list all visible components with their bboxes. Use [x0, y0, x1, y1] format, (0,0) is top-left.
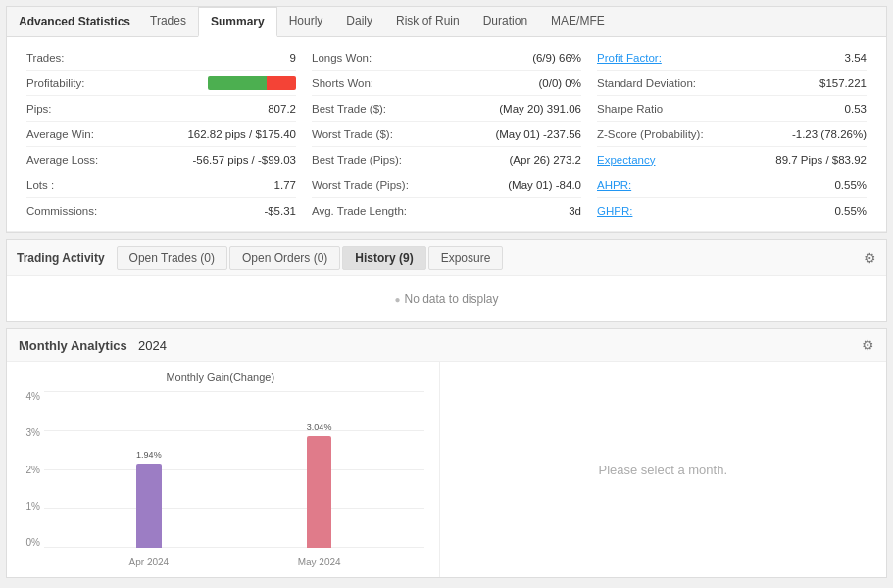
no-data-text: No data to display — [404, 292, 498, 306]
sub-tab-open-orders[interactable]: Open Orders (0) — [229, 246, 340, 270]
stat-pips-value: 807.2 — [268, 103, 296, 115]
trading-filter-icon[interactable]: ⚙ — [864, 250, 876, 266]
stat-worst-trade-pips: Worst Trade (Pips): (May 01) -84.0 — [312, 172, 581, 198]
trading-activity-header: Trading Activity Open Trades (0) Open Or… — [7, 240, 886, 276]
tab-summary[interactable]: Summary — [198, 7, 277, 37]
monthly-analytics-year: 2024 — [138, 338, 167, 353]
stat-expectancy-label[interactable]: Expectancy — [597, 154, 655, 166]
stat-worst-trade-pips-value: (May 01) -84.0 — [508, 179, 581, 191]
stat-best-trade-pips: Best Trade (Pips): (Apr 26) 273.2 — [312, 147, 581, 172]
profitability-bar — [208, 76, 296, 90]
stat-ahpr-value: 0.55% — [834, 179, 867, 191]
sub-tab-history[interactable]: History (9) — [342, 246, 425, 270]
analytics-filter-icon[interactable]: ⚙ — [862, 337, 874, 353]
stat-ghpr-label[interactable]: GHPR: — [597, 205, 632, 217]
stat-avg-trade-length-value: 3d — [569, 205, 581, 217]
stat-worst-trade-dollar-label: Worst Trade ($): — [312, 128, 393, 140]
stat-expectancy-value: 89.7 Pips / $83.92 — [775, 154, 867, 166]
y-label-0: 0% — [17, 537, 40, 548]
stat-std-dev-value: $157.221 — [819, 77, 867, 89]
stat-ghpr: GHPR: 0.55% — [597, 198, 867, 223]
stat-avg-trade-length-label: Avg. Trade Length: — [312, 205, 407, 217]
stat-longs-won: Longs Won: (6/9) 66% — [312, 45, 581, 71]
stat-sharpe: Sharpe Ratio 0.53 — [597, 96, 867, 122]
stat-profitability: Profitability: — [26, 71, 296, 96]
stat-trades-value: 9 — [290, 52, 296, 64]
stats-col-2: Longs Won: (6/9) 66% Shorts Won: (0/0) 0… — [304, 45, 589, 223]
monthly-analytics-title: Monthly Analytics — [19, 338, 127, 353]
bar-apr-2024: 1.94% — [136, 450, 162, 548]
no-data-message: ● No data to display — [7, 276, 886, 321]
stat-longs-won-value: (6/9) 66% — [532, 52, 581, 64]
stat-avg-win: Average Win: 162.82 pips / $175.40 — [26, 122, 296, 147]
stat-avg-trade-length: Avg. Trade Length: 3d — [312, 198, 581, 223]
stat-lots: Lots : 1.77 — [26, 172, 296, 198]
tab-mae-mfe[interactable]: MAE/MFE — [539, 7, 617, 36]
sub-tab-open-trades[interactable]: Open Trades (0) — [117, 246, 227, 270]
stat-best-trade-dollar: Best Trade ($): (May 20) 391.06 — [312, 96, 581, 122]
select-month-text: Please select a month. — [598, 463, 727, 477]
header-tabs-bar: Advanced Statistics Trades Summary Hourl… — [7, 7, 886, 37]
bar-may-fill[interactable] — [307, 436, 332, 548]
stats-section: Trades: 9 Profitability: Pips: 807.2 — [7, 37, 886, 232]
stat-commissions-label: Commissions: — [26, 205, 97, 217]
y-label-2: 2% — [17, 465, 40, 475]
stat-avg-loss: Average Loss: -56.57 pips / -$99.03 — [26, 147, 296, 172]
stat-zscore: Z-Score (Probability): -1.23 (78.26%) — [597, 122, 867, 147]
trading-activity-label: Trading Activity — [17, 251, 105, 265]
stat-best-trade-dollar-label: Best Trade ($): — [312, 103, 386, 115]
stat-zscore-value: -1.23 (78.26%) — [792, 128, 867, 140]
select-month-panel: Please select a month. — [440, 362, 887, 577]
tab-risk-of-ruin[interactable]: Risk of Ruin — [384, 7, 471, 36]
bars-container: 1.94% 3.04% — [44, 391, 424, 548]
stat-profit-factor: Profit Factor: 3.54 — [597, 45, 867, 71]
y-axis: 4% 3% 2% 1% 0% — [17, 391, 44, 567]
profit-bar-red — [267, 76, 296, 90]
stat-best-trade-dollar-value: (May 20) 391.06 — [499, 103, 581, 115]
trading-activity-section: Trading Activity Open Trades (0) Open Or… — [6, 239, 887, 322]
sub-tab-exposure[interactable]: Exposure — [428, 246, 504, 270]
no-data-indicator: ● — [394, 294, 400, 305]
tab-daily[interactable]: Daily — [334, 7, 384, 36]
stat-trades-label: Trades: — [26, 52, 65, 64]
stat-trades: Trades: 9 — [26, 45, 296, 71]
analytics-body: Monthly Gain(Change) 4% 3% 2% 1% 0% — [7, 362, 886, 577]
stat-avg-loss-value: -56.57 pips / -$99.03 — [193, 154, 297, 166]
stat-ahpr-label[interactable]: AHPR: — [597, 179, 631, 191]
stat-commissions-value: -$5.31 — [264, 205, 296, 217]
stats-col-1: Trades: 9 Profitability: Pips: 807.2 — [19, 45, 304, 223]
stat-profitability-label: Profitability: — [26, 77, 84, 89]
section-title: Advanced Statistics — [15, 7, 138, 36]
stat-ahpr: AHPR: 0.55% — [597, 172, 867, 198]
stat-std-dev: Standard Deviation: $157.221 — [597, 71, 867, 96]
stat-lots-value: 1.77 — [274, 179, 296, 191]
tab-trades[interactable]: Trades — [138, 7, 198, 36]
profit-bar-green — [208, 76, 267, 90]
stat-ghpr-value: 0.55% — [834, 205, 867, 217]
stat-best-trade-pips-label: Best Trade (Pips): — [312, 154, 402, 166]
stat-avg-win-value: 162.82 pips / $175.40 — [187, 128, 296, 140]
stat-shorts-won-label: Shorts Won: — [312, 77, 373, 89]
y-label-1: 1% — [17, 501, 40, 512]
bar-may-label-top: 3.04% — [307, 422, 332, 432]
x-labels: Apr 2024 May 2024 — [44, 557, 424, 567]
stat-profit-factor-label[interactable]: Profit Factor: — [597, 52, 662, 64]
stat-worst-trade-pips-label: Worst Trade (Pips): — [312, 179, 409, 191]
stat-sharpe-label: Sharpe Ratio — [597, 103, 663, 115]
stats-col-3: Profit Factor: 3.54 Standard Deviation: … — [589, 45, 874, 223]
stat-best-trade-pips-value: (Apr 26) 273.2 — [509, 154, 581, 166]
stat-zscore-label: Z-Score (Probability): — [597, 128, 704, 140]
stat-sharpe-value: 0.53 — [845, 103, 867, 115]
stat-lots-label: Lots : — [26, 179, 54, 191]
stat-profit-factor-value: 3.54 — [845, 52, 867, 64]
bar-apr-label-top: 1.94% — [136, 450, 162, 460]
chart-wrapper: 4% 3% 2% 1% 0% — [17, 391, 424, 567]
bar-apr-fill[interactable] — [136, 464, 162, 548]
tab-hourly[interactable]: Hourly — [277, 7, 335, 36]
stat-worst-trade-dollar: Worst Trade ($): (May 01) -237.56 — [312, 122, 581, 147]
stat-avg-loss-label: Average Loss: — [26, 154, 98, 166]
tab-duration[interactable]: Duration — [471, 7, 539, 36]
x-label-apr: Apr 2024 — [120, 557, 178, 567]
chart-canvas: 1.94% 3.04% Apr 2024 May 2024 — [44, 391, 424, 567]
monthly-analytics-section: Monthly Analytics 2024 ⚙ Monthly Gain(Ch… — [6, 328, 887, 578]
